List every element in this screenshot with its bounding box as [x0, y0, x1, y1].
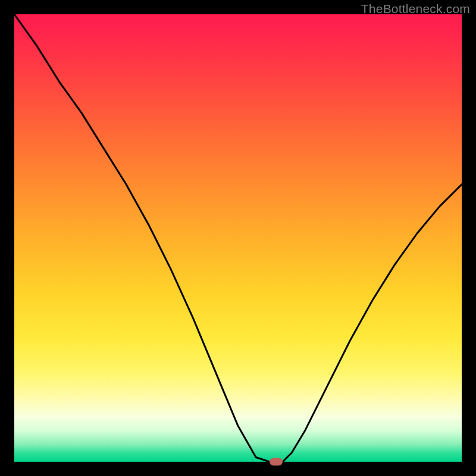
- bottleneck-curve: [14, 14, 462, 462]
- chart-frame: TheBottleneck.com: [0, 0, 476, 476]
- plot-area: [14, 14, 462, 462]
- optimal-marker: [270, 458, 283, 466]
